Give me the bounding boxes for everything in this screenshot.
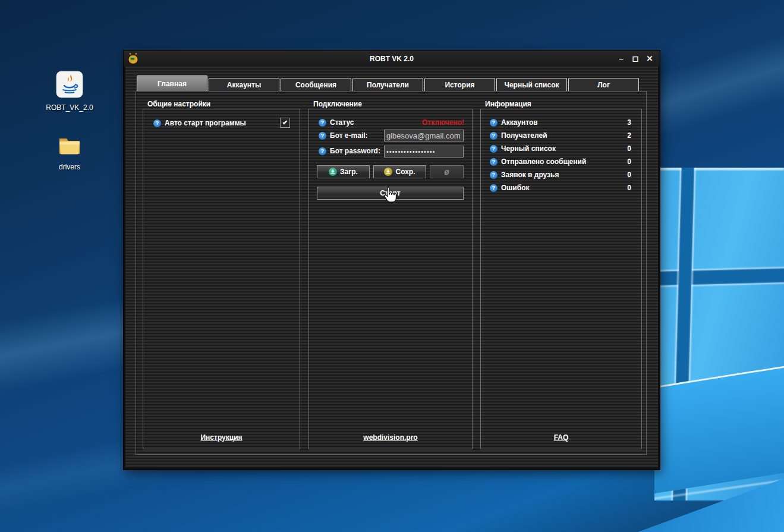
show-password-button[interactable]: ø: [430, 165, 464, 178]
help-icon[interactable]: ?: [319, 132, 326, 140]
webdivision-link[interactable]: webdivision.pro: [363, 433, 417, 442]
help-icon[interactable]: ?: [490, 119, 498, 127]
help-icon[interactable]: ?: [490, 145, 498, 153]
minimize-button[interactable]: –: [617, 55, 625, 63]
help-icon[interactable]: ?: [490, 132, 498, 140]
panel-information: Информация ? Аккаунтов 3 ? Получателей 2…: [480, 100, 642, 449]
close-button[interactable]: ✕: [646, 55, 654, 63]
window-client-area: Главная Аккаунты Сообщения Получатели Ис…: [125, 67, 658, 467]
status-label: Статус: [330, 118, 354, 127]
info-row-blacklist: ? Черный список 0: [490, 144, 631, 153]
tab-soobshcheniya[interactable]: Сообщения: [281, 78, 351, 91]
window-title: ROBT VK 2.0: [124, 55, 660, 63]
windows-logo-wallpaper: [654, 168, 784, 500]
desktop-icon-drivers[interactable]: drivers: [36, 133, 103, 171]
help-icon[interactable]: ?: [153, 119, 161, 127]
desktop-icon-label: ROBT_VK_2.0: [36, 103, 103, 112]
tab-chernyy-spisok[interactable]: Черный список: [496, 78, 567, 91]
bot-password-input[interactable]: •••••••••••••••••: [384, 146, 464, 158]
tab-akkaunty[interactable]: Аккаунты: [209, 78, 279, 91]
desktop-icon-label: drivers: [36, 163, 103, 171]
tab-glavnaya[interactable]: Главная: [137, 75, 207, 91]
java-app-icon: [55, 70, 84, 101]
folder-icon: [57, 133, 82, 160]
tab-poluchateli[interactable]: Получатели: [352, 78, 423, 91]
bot-password-label: Бот password:: [330, 147, 380, 155]
window-titlebar[interactable]: ROBT VK 2.0 – ◻ ✕: [124, 51, 660, 67]
panel-title: Общие настройки: [147, 100, 210, 109]
save-button[interactable]: Сохр.: [373, 165, 426, 178]
autostart-label: Авто старт программы: [165, 119, 246, 127]
info-value: 2: [627, 131, 631, 140]
desktop-icon-robt-vk[interactable]: ROBT_VK_2.0: [36, 70, 103, 112]
status-value: Отключено!: [422, 118, 464, 127]
faq-link[interactable]: FAQ: [554, 433, 569, 442]
info-row-accounts: ? Аккаунтов 3: [490, 118, 631, 127]
maximize-button[interactable]: ◻: [631, 55, 640, 63]
tab-log[interactable]: Лог: [568, 78, 639, 91]
help-icon[interactable]: ?: [319, 119, 326, 127]
help-icon[interactable]: ?: [319, 147, 326, 155]
checkmark-icon: ✔: [282, 119, 288, 126]
load-button[interactable]: Загр.: [317, 165, 370, 178]
info-row-friend-requests: ? Заявок в друзья 0: [490, 171, 631, 179]
info-row-errors: ? Ошибок 0: [490, 184, 631, 192]
bot-email-input[interactable]: gibesova@gmail.com: [384, 130, 464, 141]
info-value: 3: [627, 118, 631, 127]
tab-istoriya[interactable]: История: [424, 78, 495, 91]
info-row-sent-messages: ? Отправлено сообщений 0: [490, 158, 631, 166]
app-window-robt-vk: ROBT VK 2.0 – ◻ ✕ Главная Аккаунты Сообщ…: [124, 51, 660, 470]
panel-title: Подключение: [313, 100, 362, 109]
info-row-recipients: ? Получателей 2: [490, 131, 631, 140]
eye-slash-icon: ø: [444, 167, 449, 177]
autostart-checkbox[interactable]: ✔: [280, 118, 290, 128]
download-icon: [384, 168, 392, 176]
panel-connection: Подключение ? Статус Отключено! ? Бот e-…: [308, 100, 473, 449]
panel-general-settings: Общие настройки ? Авто старт программы ✔…: [143, 100, 300, 449]
tab-bar: Главная Аккаунты Сообщения Получатели Ис…: [137, 75, 640, 91]
bot-email-label: Бот e-mail:: [330, 131, 368, 140]
info-value: 0: [627, 144, 631, 153]
help-icon[interactable]: ?: [490, 171, 498, 179]
info-value: 0: [627, 158, 631, 166]
info-value: 0: [627, 171, 631, 179]
info-value: 0: [627, 184, 631, 192]
panel-title: Информация: [485, 100, 531, 109]
help-icon[interactable]: ?: [490, 184, 498, 192]
start-button[interactable]: Старт: [317, 187, 464, 200]
help-icon[interactable]: ?: [490, 158, 498, 166]
instruction-link[interactable]: Инструкция: [200, 433, 242, 442]
download-icon: [329, 168, 337, 176]
